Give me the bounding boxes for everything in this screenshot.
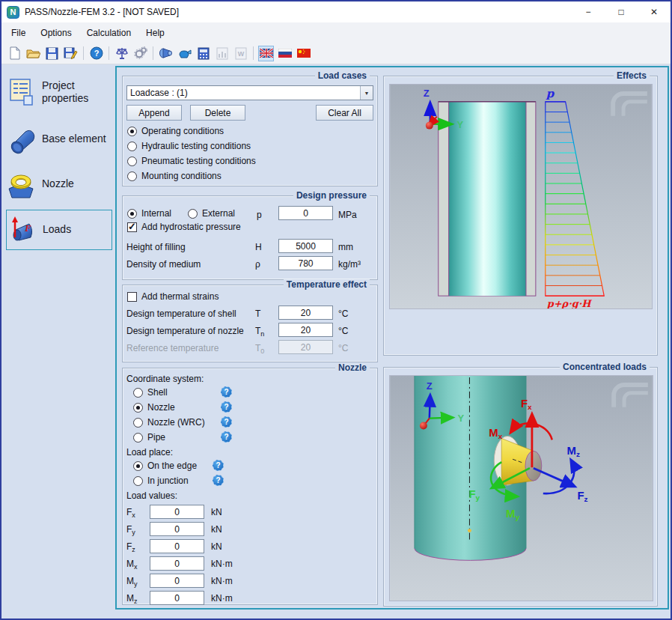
radio-coord-pipe[interactable]: Pipe [133, 432, 165, 443]
radio-pneumatic-testing[interactable]: Pneumatic testing conditions [127, 156, 256, 166]
nozzle-icon [6, 168, 36, 201]
radio-external[interactable]: External [188, 208, 235, 219]
delete-button[interactable]: Delete [190, 105, 245, 121]
radio-icon[interactable] [127, 156, 137, 166]
help-icon-on-edge[interactable]: ? [213, 460, 224, 471]
open-project-icon[interactable] [25, 46, 41, 61]
density-input[interactable] [278, 256, 333, 270]
help-icon[interactable]: ? [88, 46, 104, 61]
radio-hydraulic-testing[interactable]: Hydraulic testing conditions [127, 141, 251, 151]
menu-calculation[interactable]: Calculation [79, 25, 138, 41]
sidebar-item-project-properties[interactable]: Project properties [6, 70, 112, 114]
my-unit: kN·m [211, 576, 233, 586]
menu-help[interactable]: Help [138, 25, 172, 41]
fy-symbol: Fy [126, 524, 135, 536]
radio-icon[interactable] [133, 388, 143, 398]
settings-icon[interactable] [132, 46, 148, 61]
checkbox-icon[interactable] [127, 222, 137, 232]
height-of-filling-label: Height of filling [126, 242, 186, 252]
radio-mounting-conditions[interactable]: Mounting conditions [127, 171, 222, 181]
radio-icon[interactable] [127, 209, 137, 219]
hydrostatic-checkbox-row[interactable]: Add hydrostatic pressure [127, 222, 241, 232]
fx-input[interactable] [150, 505, 204, 519]
radio-internal[interactable]: Internal [127, 208, 171, 219]
concentrated-loads-viewport[interactable]: Fx Mx Fy My Fz Mz Z Y [389, 375, 653, 601]
save-as-icon[interactable] [63, 46, 79, 61]
calculator-icon[interactable] [195, 46, 211, 61]
combobox-dropdown-icon[interactable]: ▼ [360, 86, 373, 100]
titlebar: N PASS/Nozzle-FEM 3.2 - [NOT SAVED] − □ … [1, 1, 671, 22]
nozzle-geometry-icon[interactable] [158, 46, 174, 61]
radio-coord-shell[interactable]: Shell [133, 387, 168, 398]
radio-coord-nozzle[interactable]: Nozzle [133, 402, 175, 413]
loadcase-combobox[interactable]: Loadcase : (1) ▼ [126, 85, 373, 100]
radio-icon[interactable] [133, 418, 143, 428]
effects-caption: Effects [614, 70, 650, 81]
vessel-model [439, 102, 536, 296]
radio-icon[interactable] [133, 476, 143, 486]
density-unit: kg/m³ [338, 259, 361, 270]
height-of-filling-input[interactable] [278, 239, 333, 253]
report-word-icon[interactable]: W [233, 46, 248, 61]
radio-icon[interactable] [127, 142, 137, 151]
help-icon-coord-shell[interactable]: ? [221, 386, 232, 398]
app-icon: N [7, 6, 19, 19]
help-icon-in-junction[interactable]: ? [213, 475, 224, 486]
maximize-button[interactable]: □ [605, 1, 638, 22]
svg-text:F: F [24, 222, 31, 234]
lang-chinese-icon[interactable] [296, 46, 311, 61]
pressure-input[interactable] [278, 206, 333, 220]
load-values-label: Load values: [126, 490, 177, 501]
radio-icon[interactable] [127, 127, 137, 136]
sidebar-item-loads[interactable]: F Loads [6, 210, 112, 250]
close-button[interactable]: ✕ [638, 1, 671, 22]
mx-unit: kN·m [211, 559, 233, 569]
nozzle-caption: Nozzle [335, 362, 370, 373]
mx-input[interactable] [150, 556, 204, 571]
export-model-icon[interactable] [177, 46, 192, 61]
help-icon-coord-wrc[interactable]: ? [221, 416, 232, 428]
lang-russian-icon[interactable] [277, 46, 293, 61]
menu-options[interactable]: Options [33, 25, 79, 41]
help-icon-coord-nozzle[interactable]: ? [221, 401, 232, 413]
effects-viewport[interactable]: p p+ρ·g·H Z Y [389, 84, 653, 309]
new-document-icon[interactable] [7, 46, 22, 61]
radio-icon[interactable] [188, 209, 198, 219]
nozzle-temperature-input[interactable] [278, 323, 333, 337]
fy-unit: kN [211, 524, 222, 535]
mz-input[interactable] [150, 591, 204, 605]
fy-input[interactable] [150, 522, 204, 536]
units-icon[interactable] [114, 46, 129, 61]
fz-input[interactable] [150, 539, 204, 553]
save-icon[interactable] [44, 46, 60, 61]
my-input[interactable] [150, 574, 204, 588]
shell-temperature-label: Design temperature of shell [126, 309, 236, 319]
help-icon-coord-pipe[interactable]: ? [221, 431, 232, 443]
thermal-strains-checkbox-row[interactable]: Add thermal strains [127, 291, 219, 302]
append-button[interactable]: Append [126, 105, 182, 121]
radio-in-junction[interactable]: In junction [133, 475, 189, 486]
radio-on-the-edge[interactable]: On the edge [133, 461, 197, 471]
radio-icon[interactable] [127, 171, 137, 181]
checkbox-icon[interactable] [127, 292, 137, 302]
sidebar-item-base-element[interactable]: Base element [6, 118, 112, 160]
reference-temperature-label: Reference temperature [126, 343, 219, 353]
shell-temperature-unit: °C [338, 309, 348, 319]
radio-icon[interactable] [133, 433, 143, 443]
coordinate-system-label: Coordinate system: [126, 374, 204, 384]
radio-coord-nozzle-wrc[interactable]: Nozzle (WRC) [133, 417, 205, 428]
sidebar-item-nozzle[interactable]: Nozzle [6, 165, 112, 204]
clear-all-button[interactable]: Clear All [316, 105, 373, 121]
y-axis-label: Y [457, 119, 464, 130]
concentrated-loads-caption: Concentrated loads [560, 362, 650, 372]
radio-icon[interactable] [133, 403, 143, 413]
minimize-button[interactable]: − [572, 1, 605, 22]
lang-english-icon[interactable] [258, 46, 274, 61]
sidebar-item-label: Base element [42, 133, 106, 146]
report-chart-icon[interactable] [214, 46, 230, 61]
radio-icon[interactable] [133, 461, 143, 471]
radio-operating-conditions[interactable]: Operating conditions [127, 126, 224, 136]
loadcase-combobox-value: Loadcase : (1) [127, 88, 360, 98]
menu-file[interactable]: File [4, 25, 33, 41]
shell-temperature-input[interactable] [278, 306, 333, 320]
